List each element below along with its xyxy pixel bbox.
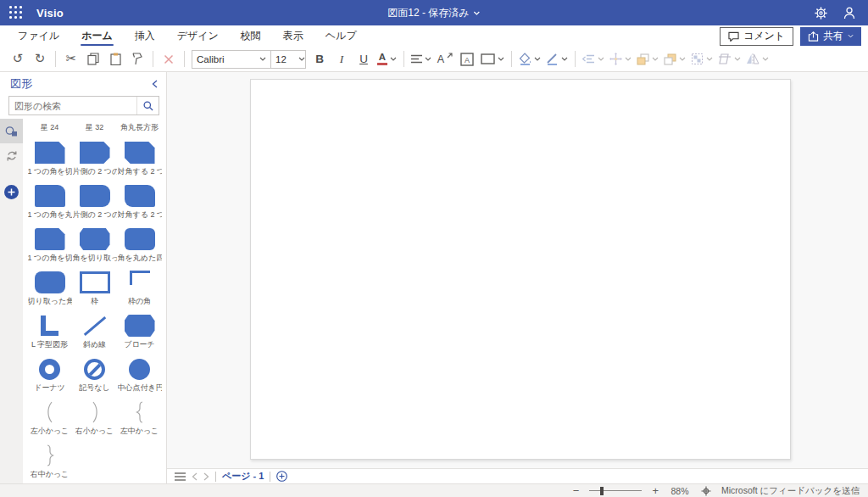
paste-button[interactable] — [104, 49, 126, 70]
stencil-shape-rounded[interactable]: 角を丸めた四 — [117, 221, 162, 264]
add-page-button[interactable] — [276, 471, 287, 482]
collapse-panel-button[interactable] — [152, 80, 158, 88]
font-size-select[interactable]: 12 — [271, 51, 305, 68]
shape-label: 記号なし — [79, 383, 109, 394]
shape-icon — [41, 312, 58, 339]
fit-to-window-button[interactable] — [701, 486, 711, 496]
cut-button[interactable]: ✂ — [60, 49, 82, 70]
stencil-shape-round-diag[interactable]: 対角する 2 つ — [117, 177, 162, 221]
text-rotate-button[interactable]: A — [434, 49, 456, 70]
stencil-shape-cut-diag[interactable]: 対角する 2 つ — [117, 134, 162, 177]
font-family-select[interactable]: Calibri — [192, 51, 270, 68]
shape-style-button[interactable] — [478, 49, 507, 70]
chevron-down-icon — [598, 57, 604, 61]
stencil-shape-frame-corner[interactable]: 枠の角 — [117, 264, 162, 307]
drawing-canvas[interactable] — [167, 72, 868, 468]
chevron-left-icon — [192, 472, 198, 481]
toolbar-divider — [575, 51, 576, 67]
chevron-down-icon — [498, 57, 504, 61]
font-color-button[interactable]: A — [375, 49, 399, 70]
stencil-shape-l-shape[interactable]: L 字型図形 — [27, 307, 72, 350]
comments-button[interactable]: コメント — [720, 27, 793, 46]
shape-icon — [134, 399, 146, 426]
menu-item-design[interactable]: デザイン — [166, 25, 230, 47]
stencil-shape-paren-right[interactable]: 右小かっこ — [72, 394, 117, 437]
copy-button[interactable] — [82, 49, 104, 70]
stencil-shape-paren-left[interactable]: 左小かっこ — [27, 394, 72, 437]
redo-button[interactable]: ↻ — [29, 49, 51, 70]
stencil-shape-frame[interactable]: 枠 — [72, 264, 117, 307]
stencil-shape-brooch[interactable]: ブローチ — [117, 307, 162, 350]
stencil-shape-squircle[interactable]: 切り取った角 — [27, 264, 72, 307]
settings-gear-icon[interactable] — [814, 6, 827, 20]
undo-button[interactable]: ↺ — [7, 49, 29, 70]
shape-search-input[interactable] — [9, 97, 136, 114]
textbox-button[interactable]: A — [456, 49, 478, 70]
stencil-tab-shapes[interactable] — [0, 119, 23, 143]
stencil-shape-donut[interactable]: ドーナツ — [27, 350, 72, 394]
underline-button[interactable]: U — [353, 49, 375, 70]
zoom-in-button[interactable]: + — [652, 485, 659, 496]
app-launcher-icon[interactable] — [9, 6, 23, 20]
share-button[interactable]: 共有 — [800, 27, 861, 46]
shape-label: 1 つの角を切 — [28, 166, 72, 177]
align-shapes-button[interactable] — [580, 49, 607, 70]
format-painter-button[interactable] — [126, 49, 148, 70]
previous-page-button[interactable] — [192, 472, 198, 481]
bring-forward-button[interactable] — [634, 49, 661, 70]
stencil-shape-brace-right[interactable]: 右中かっこ — [27, 437, 72, 480]
stencil-shape-cut-round-tr[interactable]: 1 つの角を切 — [27, 221, 72, 264]
stencil-group-label: 星 32 — [72, 121, 117, 134]
stencil-shape-no-symbol[interactable]: 記号なし — [72, 350, 117, 394]
menu-item-help[interactable]: ヘルプ — [314, 25, 368, 47]
add-stencil-button[interactable] — [4, 185, 19, 199]
zoom-slider[interactable] — [589, 487, 642, 495]
stencil-shape-brace-left[interactable]: 左中かっこ — [117, 394, 162, 437]
stencil-group-label: 角丸長方形 — [117, 121, 162, 134]
group-button[interactable] — [688, 49, 715, 70]
menu-item-file[interactable]: ファイル — [7, 25, 70, 47]
delete-button[interactable] — [158, 49, 180, 70]
menu-item-home[interactable]: ホーム — [70, 25, 124, 47]
paste-clipboard-icon — [110, 53, 121, 65]
stencil-shape-round-tr[interactable]: 1 つの角を丸 — [27, 177, 72, 221]
page-tab[interactable]: ページ - 1 — [222, 470, 264, 483]
next-page-button[interactable] — [203, 472, 209, 481]
fill-color-button[interactable] — [516, 49, 543, 70]
stencil-shape-cut-right[interactable]: 片側の 2 つの — [72, 134, 117, 177]
stencil-tab-refresh[interactable] — [0, 143, 23, 168]
search-icon — [143, 101, 153, 111]
stencil-shape-circle[interactable]: 中心点付き円 — [117, 350, 162, 394]
share-icon — [808, 31, 819, 42]
account-person-icon[interactable] — [843, 6, 856, 20]
send-feedback-link[interactable]: Microsoft にフィードバックを送信 — [721, 485, 860, 497]
title-bar: Visio 図面12 - 保存済み — [0, 0, 868, 25]
menu-item-insert[interactable]: 挿入 — [124, 25, 166, 47]
combine-shapes-icon — [718, 53, 732, 64]
stencil-shape-round-right[interactable]: 片側の 2 つの — [72, 177, 117, 221]
all-pages-menu-button[interactable] — [175, 472, 186, 481]
text-align-button[interactable] — [409, 49, 434, 70]
bold-button[interactable]: B — [309, 49, 331, 70]
menu-item-view[interactable]: 表示 — [272, 25, 314, 47]
line-color-button[interactable] — [543, 49, 570, 70]
flip-rotate-button[interactable] — [743, 49, 771, 70]
search-button[interactable] — [136, 97, 159, 114]
document-title[interactable]: 図面12 - 保存済み — [387, 6, 480, 20]
chevron-down-icon — [259, 57, 266, 61]
zoom-percentage[interactable]: 88% — [669, 486, 691, 496]
line-pencil-icon — [546, 53, 559, 65]
stencil-shape-octagon[interactable]: 角を切り取っ — [72, 221, 117, 264]
menu-item-review[interactable]: 校閲 — [230, 25, 272, 47]
send-backward-button[interactable] — [661, 49, 688, 70]
chevron-down-icon — [762, 57, 769, 61]
stencil-shape-cut-tr[interactable]: 1 つの角を切 — [27, 134, 72, 177]
position-shapes-button[interactable] — [607, 49, 634, 70]
drawing-page[interactable] — [250, 79, 791, 460]
zoom-slider-handle[interactable] — [600, 487, 604, 495]
combine-shapes-button[interactable] — [715, 49, 743, 70]
zoom-out-button[interactable]: − — [573, 485, 580, 496]
italic-button[interactable]: I — [331, 49, 353, 70]
shape-icon — [129, 355, 150, 383]
stencil-shape-diagonal[interactable]: 斜め線 — [72, 307, 117, 350]
